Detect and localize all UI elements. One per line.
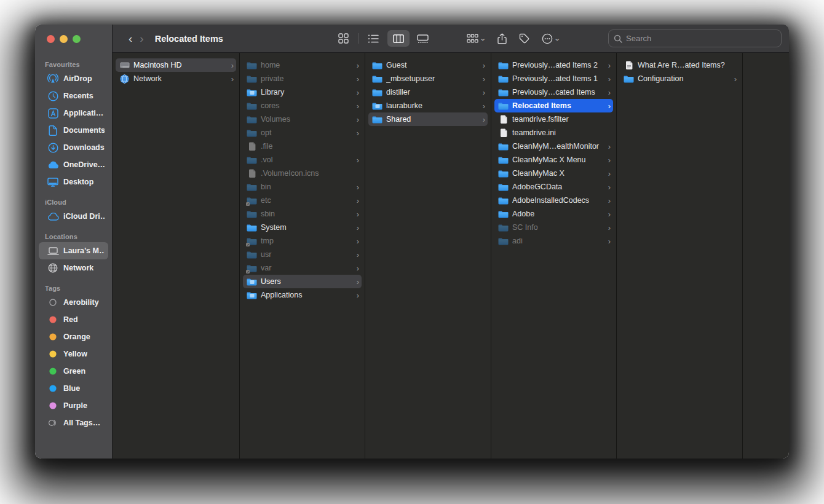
- file-row-sc-info[interactable]: SC Info›: [494, 221, 613, 234]
- file-label: home: [261, 61, 353, 69]
- file-label: usr: [261, 250, 353, 259]
- file-row-cleanmymac-x-menu[interactable]: CleanMyMac X Menu›: [494, 153, 613, 167]
- file-row-cleanmymac-x[interactable]: CleanMyMac X›: [494, 167, 613, 180]
- sidebar-item-network[interactable]: Network: [39, 259, 108, 277]
- sidebar-item-label: Yellow: [63, 350, 87, 358]
- column-3: Guest› _mbsetupuser› distiller› laurabur…: [365, 53, 491, 459]
- sidebar-item-recents[interactable]: Recents: [39, 87, 108, 104]
- file-label: Relocated Items: [512, 101, 604, 110]
- file-row-previously-cated-items[interactable]: Previously…cated Items›: [494, 85, 613, 99]
- file-row-adobegcdata[interactable]: AdobeGCData›: [494, 180, 613, 194]
- file-row-opt[interactable]: opt›: [243, 126, 362, 140]
- file-row-system[interactable]: System›: [243, 221, 362, 234]
- chevron-right-icon: ›: [357, 116, 359, 124]
- tags-button[interactable]: [515, 30, 534, 47]
- file-row-usr[interactable]: usr›: [243, 248, 362, 261]
- file-row-etc[interactable]: ↗etc›: [243, 194, 362, 207]
- icon-view-button[interactable]: [333, 30, 355, 47]
- sidebar-item-onedrive[interactable]: OneDrive…: [39, 156, 108, 173]
- sidebar-item-desktop[interactable]: Desktop: [39, 173, 108, 191]
- sidebar-item-laura-s-m[interactable]: Laura’s M…: [39, 242, 108, 259]
- file-row-private[interactable]: private›: [243, 72, 362, 85]
- file-row-home[interactable]: home›: [243, 58, 362, 72]
- file-label: lauraburke: [386, 101, 479, 110]
- sidebar-item-green[interactable]: Green: [39, 363, 108, 380]
- sidebar-item-airdrop[interactable]: AirDrop: [39, 70, 108, 87]
- file-label: .file: [261, 142, 359, 151]
- file-row-var[interactable]: ↗var›: [243, 261, 362, 275]
- file-row-cores[interactable]: cores›: [243, 99, 362, 112]
- file-row-previously-ated-items-2[interactable]: Previously…ated Items 2›: [494, 58, 613, 72]
- file-row-adi[interactable]: adi›: [494, 234, 613, 248]
- more-actions-button[interactable]: ⌄: [537, 30, 564, 47]
- sidebar-item-documents[interactable]: Documents: [39, 122, 108, 139]
- sidebar-item-purple[interactable]: Purple: [39, 397, 108, 414]
- sidebar-item-label: Orange: [63, 333, 90, 341]
- file-row-applications[interactable]: Applications›: [243, 288, 362, 302]
- file-row-users[interactable]: Users›: [243, 275, 362, 288]
- sidebar-item-downloads[interactable]: Downloads: [39, 139, 108, 156]
- column-4: Previously…ated Items 2› Previously…ated…: [491, 53, 617, 459]
- sidebar-item-red[interactable]: Red: [39, 311, 108, 328]
- chevron-right-icon: ›: [608, 61, 611, 69]
- chevron-right-icon: ›: [483, 61, 485, 69]
- file-row-macintosh-hd[interactable]: Macintosh HD›: [116, 58, 236, 72]
- document-icon: [47, 125, 59, 136]
- file-row-shared[interactable]: Shared›: [368, 112, 488, 126]
- sidebar-item-yellow[interactable]: Yellow: [39, 345, 108, 363]
- file-row-relocated-items[interactable]: Relocated Items›: [494, 99, 613, 112]
- file-row-mbsetupuser[interactable]: _mbsetupuser›: [368, 72, 488, 85]
- file-label: CleanMyMac X Menu: [512, 156, 604, 164]
- sidebar-item-icloud-dri[interactable]: iCloud Dri…: [39, 208, 108, 225]
- folder-icon: [247, 250, 257, 259]
- file-row-vol[interactable]: .vol›: [243, 153, 362, 167]
- file-row-guest[interactable]: Guest›: [368, 58, 488, 72]
- sidebar-section-title-favourites: Favourites: [35, 61, 112, 70]
- list-view-button[interactable]: [363, 30, 385, 47]
- file-row-what-are-r-ated-items[interactable]: What Are R…ated Items?: [620, 58, 739, 72]
- sidebar-item-all-tags[interactable]: All Tags…: [39, 414, 108, 431]
- view-switcher: [333, 30, 434, 47]
- file-row-library[interactable]: Library›: [243, 85, 362, 99]
- file-row-adobeinstalledcodecs[interactable]: AdobeInstalledCodecs›: [494, 194, 613, 207]
- file-row-lauraburke[interactable]: lauraburke›: [368, 99, 488, 112]
- chevron-right-icon: ›: [231, 61, 234, 69]
- file-row-volumeicon-icns[interactable]: .VolumeIcon.icns: [243, 167, 362, 180]
- file-label: AdobeInstalledCodecs: [512, 196, 604, 205]
- minimize-button[interactable]: [60, 35, 68, 43]
- file-row-sbin[interactable]: sbin›: [243, 207, 362, 221]
- file-row-network[interactable]: Network›: [116, 72, 236, 85]
- column-view-button[interactable]: [387, 30, 410, 47]
- search-input[interactable]: [626, 34, 776, 43]
- file-row-cleanmym-ealthmonitor[interactable]: CleanMyM…ealthMonitor›: [494, 140, 613, 153]
- sidebar-item-blue[interactable]: Blue: [39, 380, 108, 397]
- sidebar-item-label: AirDrop: [63, 74, 92, 83]
- file-row-distiller[interactable]: distiller›: [368, 85, 488, 99]
- folder-icon: [498, 142, 509, 151]
- file-row-adobe[interactable]: Adobe›: [494, 207, 613, 221]
- close-button[interactable]: [47, 35, 55, 43]
- file-row-volumes[interactable]: Volumes›: [243, 112, 362, 126]
- file-row-previously-ated-items-1[interactable]: Previously…ated Items 1›: [494, 72, 613, 85]
- share-button[interactable]: [493, 30, 511, 47]
- file-row-configuration[interactable]: Configuration›: [620, 72, 739, 85]
- file-row-file[interactable]: .file: [243, 140, 362, 153]
- search-field[interactable]: [608, 30, 782, 47]
- file-row-bin[interactable]: bin›: [243, 180, 362, 194]
- sidebar-item-orange[interactable]: Orange: [39, 328, 108, 345]
- file-label: System: [261, 223, 353, 232]
- chevron-right-icon: ›: [357, 210, 359, 218]
- gallery-view-button[interactable]: [412, 30, 434, 47]
- forward-button[interactable]: ›: [136, 31, 147, 45]
- back-button[interactable]: ‹: [125, 31, 136, 45]
- zoom-button[interactable]: [73, 35, 81, 43]
- sidebar-item-aerobility[interactable]: Aerobility: [39, 294, 108, 311]
- sidebar-item-applicati[interactable]: Applicati…: [39, 104, 108, 122]
- chevron-right-icon: ›: [608, 237, 611, 245]
- grouping-button[interactable]: ⌄: [462, 30, 489, 47]
- clock-icon: [47, 90, 59, 101]
- file-row-teamdrive-fsfilter[interactable]: teamdrive.fsfilter: [494, 112, 613, 126]
- file-row-teamdrive-ini[interactable]: teamdrive.ini: [494, 126, 613, 140]
- file-label: opt: [261, 128, 353, 137]
- file-row-tmp[interactable]: ↗tmp›: [243, 234, 362, 248]
